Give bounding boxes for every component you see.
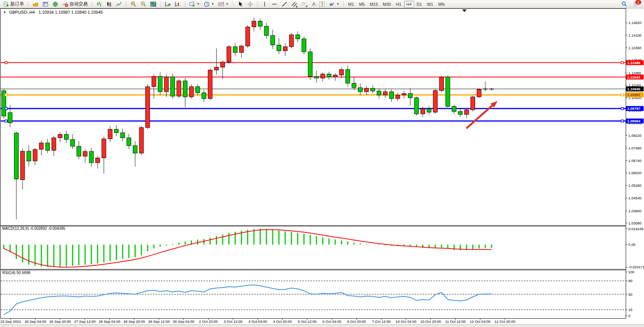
timeframe-mn[interactable]: MN — [436, 1, 447, 8]
autotrading-icon — [62, 1, 68, 7]
svg-text:10 Oct 20:00: 10 Oct 20:00 — [420, 319, 441, 324]
text-tool-button[interactable]: A — [309, 0, 318, 8]
svg-text:1.10597: 1.10597 — [627, 93, 640, 97]
svg-text:1.05280: 1.05280 — [628, 183, 641, 188]
chart-menu-triangle-icon[interactable]: ▼ — [3, 11, 6, 14]
auto-scroll-icon — [165, 1, 171, 7]
chart-shift-icon — [175, 1, 181, 7]
trendline-tool-button[interactable] — [279, 0, 289, 8]
equidistant-channel-icon: E — [291, 1, 297, 7]
toolbar-grip[interactable] — [27, 1, 29, 7]
svg-text:6 Oct 20:00: 6 Oct 20:00 — [347, 319, 366, 324]
data-window-button[interactable] — [40, 0, 50, 8]
search-button[interactable] — [619, 0, 629, 8]
svg-text:5 Oct 12:00: 5 Oct 12:00 — [298, 319, 316, 324]
notifications-button[interactable]: 1 — [631, 0, 641, 8]
timeframe-m5[interactable]: M5 — [357, 1, 367, 8]
candle-chart-mode-button[interactable] — [104, 0, 114, 8]
timeframe-toolbar: M1 M5 M15 M30 H1 H4 D1 W1 MN — [346, 1, 447, 8]
bar-chart-icon — [96, 1, 102, 7]
new-chart-icon — [189, 1, 195, 7]
autotrading-button[interactable]: 自动交易 — [60, 0, 90, 8]
label-tool-letter: T — [319, 2, 325, 7]
new-order-button[interactable]: 新订单 — [1, 0, 26, 8]
autotrading-label: 自动交易 — [69, 1, 88, 7]
svg-text:1.11880: 1.11880 — [628, 71, 641, 75]
line-chart-mode-button[interactable] — [114, 0, 124, 8]
svg-text:1.11643: 1.11643 — [627, 75, 640, 79]
trendline-icon — [281, 1, 287, 7]
dropdown-arrow-icon: ▼ — [197, 2, 200, 6]
fibonacci-tool-button[interactable]: F — [299, 0, 309, 8]
svg-text:1.03080: 1.03080 — [628, 221, 641, 225]
bar-chart-mode-button[interactable] — [94, 0, 104, 8]
toolbar-grip[interactable] — [184, 1, 186, 7]
vertical-line-tool-button[interactable] — [260, 0, 270, 8]
svg-text:12 Oct 04:00: 12 Oct 04:00 — [470, 319, 490, 324]
zoom-in-button[interactable] — [128, 0, 138, 8]
toolbar-grip[interactable] — [125, 1, 127, 7]
timeframe-m15[interactable]: M15 — [368, 1, 380, 8]
toolbar-grip[interactable] — [91, 1, 93, 7]
new-order-icon — [3, 1, 9, 7]
zoom-out-icon — [140, 1, 146, 7]
auto-scroll-button[interactable] — [163, 0, 173, 8]
svg-text:1.03800: 1.03800 — [628, 209, 641, 213]
templates-button[interactable]: ▼ — [216, 0, 231, 8]
toolbar-grip[interactable] — [343, 1, 344, 7]
svg-text:1.10945: 1.10945 — [627, 87, 641, 91]
toolbar-grip[interactable] — [160, 1, 161, 7]
shapes-arrows-icon — [329, 1, 335, 7]
crosshair-tool-button[interactable] — [245, 0, 255, 8]
horizontal-line-tool-button[interactable] — [270, 0, 279, 8]
navigator-button[interactable] — [50, 0, 60, 8]
dropdown-arrow-icon: ▼ — [336, 2, 339, 6]
profiles-button[interactable]: ▼ — [202, 0, 216, 8]
market-watch-button[interactable] — [31, 0, 40, 8]
crosshair-icon — [247, 1, 253, 7]
timeframe-h1[interactable]: H1 — [393, 1, 403, 8]
timeframe-m1[interactable]: M1 — [346, 1, 356, 8]
cursor-icon — [237, 1, 243, 7]
macd-indicator-label: MACD(12,26,9) -0.002892 -0.004395 — [2, 226, 65, 231]
svg-text:1.08220: 1.08220 — [628, 133, 641, 138]
price-chart-canvas[interactable]: 1.148201.141001.133601.126301.118801.111… — [0, 0, 644, 327]
svg-text:0.00: 0.00 — [628, 242, 636, 247]
chart-shift-button[interactable] — [173, 0, 183, 8]
svg-text:26 Sep 04:00: 26 Sep 04:00 — [25, 319, 47, 324]
toolbar-grip[interactable] — [232, 1, 234, 7]
shapes-tool-button[interactable]: ▼ — [327, 0, 341, 8]
toolbar-grip[interactable] — [257, 1, 258, 7]
search-icon — [621, 1, 627, 7]
cursor-tool-button[interactable] — [235, 0, 245, 8]
svg-text:2 Oct 23:00: 2 Oct 23:00 — [199, 319, 218, 324]
svg-text:26 Sep 20:00: 26 Sep 20:00 — [49, 319, 71, 324]
tile-windows-button[interactable] — [148, 0, 158, 8]
svg-text:7 Oct 12:00: 7 Oct 12:00 — [372, 319, 390, 324]
svg-text:27 Sep 12:00: 27 Sep 12:00 — [74, 319, 96, 324]
mt4-terminal: { "toolbar": { "new_order_label": "新订单",… — [0, 0, 644, 327]
timeframe-m30[interactable]: M30 — [381, 1, 393, 8]
candle-chart-icon — [106, 1, 112, 7]
template-chart-icon — [218, 1, 224, 7]
svg-text:1.07480: 1.07480 — [628, 146, 641, 150]
label-tool-button[interactable]: T — [317, 0, 327, 8]
new-order-label: 新订单 — [10, 1, 24, 7]
zoom-out-button[interactable] — [138, 0, 148, 8]
svg-text:1.04540: 1.04540 — [628, 196, 641, 200]
svg-text:0.014245: 0.014245 — [628, 227, 644, 231]
time-axis[interactable]: 23 Sep 202226 Sep 04:0026 Sep 20:0027 Se… — [0, 319, 515, 324]
new-chart-button[interactable]: ▼ — [187, 0, 202, 8]
tile-windows-icon — [150, 1, 156, 7]
dropdown-arrow-icon: ▼ — [226, 2, 229, 6]
timeframe-d1[interactable]: D1 — [414, 1, 424, 8]
ohlc-values: 1.10934 1.10987 1.10840 1.10945 — [39, 10, 103, 14]
svg-text:10 Oct 04:00: 10 Oct 04:00 — [396, 319, 416, 324]
horizontal-scrollbar[interactable] — [0, 324, 644, 327]
timeframe-h4[interactable]: H4 — [404, 1, 414, 8]
timeframe-w1[interactable]: W1 — [425, 1, 436, 8]
svg-text:1.12486: 1.12486 — [627, 61, 640, 65]
main-toolbar: 新订单 自动交易 — [0, 0, 644, 8]
channel-tool-button[interactable]: E — [289, 0, 299, 8]
svg-text:23 Sep 2022: 23 Sep 2022 — [0, 319, 21, 324]
